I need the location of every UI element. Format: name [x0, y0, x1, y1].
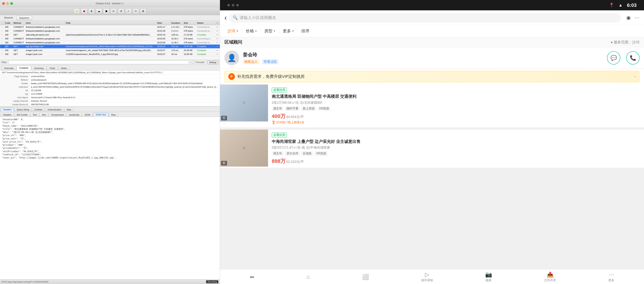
detail-tab-chart[interactable]: Chart: [47, 66, 58, 70]
minimize-button[interactable]: [6, 2, 9, 5]
advisor-badge-sales: 销售达人: [243, 59, 259, 64]
toolbar-btn-stop[interactable]: ⏹: [103, 8, 110, 14]
row-size: 278 bytes: [183, 25, 196, 29]
table-row[interactable]: ↑ 200 GET sdkconfig.ad.xiaomi.com /api/c…: [0, 33, 220, 37]
kv-val: lianjia_uuid=008796750031188;lianjia_ssi…: [30, 82, 220, 85]
content-tab-hex[interactable]: Hex: [40, 113, 48, 117]
nav-screenshot[interactable]: 📷截屏: [485, 271, 492, 282]
search-icon: 🔍: [233, 15, 238, 20]
table-row[interactable]: ↑ 200 GET image1.ljcdn.com /usercenter/i…: [0, 48, 220, 52]
filter-more[interactable]: 更多 ▾: [279, 28, 298, 34]
listing-card[interactable]: 照 照 必看好房 南北通透格局 双储物间户型 中高楼层 交通便利 2室1厅/89…: [220, 84, 644, 128]
maximize-button[interactable]: [10, 2, 13, 5]
json-line: "list": [{: [2, 121, 218, 124]
nav-square[interactable]: ⬜: [362, 274, 369, 280]
view-tab-structure[interactable]: Structure: [2, 16, 16, 20]
region-title: 区域顾问: [224, 39, 242, 45]
row-status: Connected to ...: [196, 29, 215, 33]
content-tab-setcookie[interactable]: Set Cookie: [14, 113, 30, 117]
location-icon[interactable]: ◉: [626, 14, 631, 21]
toolbar-btn-cut[interactable]: ✂: [133, 8, 139, 14]
row-host: firebaseinstallations.googleapis.com: [25, 25, 65, 29]
content-tab-javascript[interactable]: JavaScript: [66, 113, 82, 117]
col-header-host[interactable]: Host: [25, 21, 65, 25]
col-header-code[interactable]: Code: [4, 21, 12, 25]
content-tab-text[interactable]: Text: [30, 113, 39, 117]
focused-checkbox[interactable]: [192, 61, 194, 64]
detail-tab-overview[interactable]: Overview: [2, 66, 16, 70]
filter-shahe[interactable]: 沙河 ▾: [224, 28, 242, 34]
content-tab-json[interactable]: JSON: [82, 113, 92, 117]
back-button[interactable]: ‹: [224, 14, 227, 22]
toolbar-btn-record[interactable]: ⏺: [81, 8, 87, 14]
col-header-status[interactable]: Status: [196, 21, 215, 25]
table-row[interactable]: 🔵 200 GET app.api.lianjia.com /house/ers…: [0, 44, 220, 48]
close-button[interactable]: [2, 2, 5, 5]
bottom-tab-query[interactable]: Query String: [14, 108, 32, 112]
row-icon: ↑: [0, 33, 4, 37]
kv-val: Android_Tencent: [30, 99, 220, 102]
bottom-tab-raw[interactable]: Raw: [64, 108, 74, 112]
detail-tab-notes[interactable]: Notes: [58, 66, 70, 70]
col-header-start[interactable]: Start: [156, 21, 170, 25]
toolbar-btn-edit[interactable]: ✏: [110, 8, 117, 14]
detail-tab-summary[interactable]: Summary: [32, 66, 46, 70]
listing-card[interactable]: 图 图 必看好房 中海尚湖世家 上叠户型 边户采光好 业主诚意出售 5室3厅/1…: [220, 130, 644, 168]
settings-button[interactable]: Settings: [207, 60, 218, 64]
view-tab-sequence[interactable]: Sequence: [16, 16, 32, 20]
vip-banner[interactable]: P 补充找房需求，免费升级VIP定制挑房 ›: [224, 71, 640, 82]
col-header-method[interactable]: Method: [12, 21, 25, 25]
nav-record[interactable]: ▷操作录制: [421, 271, 433, 282]
filter-price[interactable]: 价格 ▾: [242, 28, 261, 34]
filter-type[interactable]: 房型 ▾: [261, 28, 279, 34]
row-code: 200: [4, 25, 12, 29]
row-host: firebaseinstallations.googleapis.com: [25, 29, 65, 33]
table-row[interactable]: ↑ 200 CONNECT firebaseinstallations.goog…: [0, 41, 220, 44]
kv-row: Lianjia-ChannelAndroid_Tencent: [0, 99, 220, 103]
col-header-size[interactable]: Size: [183, 21, 196, 25]
row-code: 200: [4, 41, 12, 44]
search-bar[interactable]: 🔍 请输入小区或商圈名: [229, 13, 621, 22]
row-icon: ↑: [0, 48, 4, 52]
content-tab-json-text[interactable]: JSON Text: [93, 113, 108, 117]
table-row[interactable]: ↑ 200 CONNECT firebaseinstallations.goog…: [0, 29, 220, 33]
listing-must-see-tag: 必看好房: [272, 88, 287, 92]
row-method: CONNECT: [12, 41, 25, 44]
row-more: ⋯: [215, 44, 220, 48]
advisor-chat-button[interactable]: 💬: [607, 51, 620, 64]
filter-sort[interactable]: 排序: [298, 28, 313, 34]
toolbar-btn-settings[interactable]: ⚙: [140, 8, 146, 14]
filter-input[interactable]: [8, 60, 189, 64]
content-tab-compressed[interactable]: Compressed: [48, 113, 66, 117]
content-tab-raw[interactable]: Raw: [109, 113, 118, 117]
bottom-tab-cookies[interactable]: Cookies: [32, 108, 45, 112]
content-tab-headers[interactable]: Headers: [1, 113, 14, 117]
more-icon[interactable]: ⋯: [634, 14, 640, 21]
table-row[interactable]: ↑ 200 GET image1.ljcdn.com /110000-inspe…: [0, 52, 220, 56]
nav-back[interactable]: ⬅: [250, 274, 254, 280]
nav-more[interactable]: ⋯更多: [608, 271, 614, 282]
table-row[interactable]: ↑ 200 CONNECT firebaseinstallations.goog…: [0, 25, 220, 29]
bottom-tab-headers[interactable]: Headers: [1, 108, 14, 112]
kv-val: 23.132208: [30, 89, 220, 92]
col-header-path[interactable]: Path: [65, 21, 156, 25]
kv-key: lng: [0, 92, 30, 96]
toolbar-btn-cloud[interactable]: ☁: [96, 8, 102, 14]
toolbar-btn-refresh[interactable]: ↺: [118, 8, 124, 14]
toolbar-btn-check[interactable]: ✓: [125, 8, 132, 14]
kv-key: extension: [0, 85, 30, 88]
advisor-call-button[interactable]: 📞: [626, 51, 640, 64]
bottom-tab-auth[interactable]: Authentication: [45, 108, 64, 112]
feature-tag: 随时可看: [285, 106, 300, 111]
detail-tab-contents[interactable]: Contents: [17, 66, 31, 70]
listing-image: 图 图: [220, 130, 268, 166]
nav-home[interactable]: ⌂: [307, 274, 310, 280]
table-row[interactable]: ↑ 200 CONNECT firebaseinstallations.goog…: [0, 37, 220, 41]
toolbar-btn-pause[interactable]: ⏸: [88, 8, 95, 14]
json-line: "priceGov": "400",: [2, 144, 218, 146]
nav-share[interactable]: 📤文件共享: [544, 271, 556, 282]
row-duration: 31.50 s: [170, 37, 183, 41]
toolbar-btn-1[interactable]: ⚡: [74, 8, 80, 14]
row-size: 72.97 KB: [183, 44, 196, 48]
col-header-duration[interactable]: Duration: [170, 21, 183, 25]
